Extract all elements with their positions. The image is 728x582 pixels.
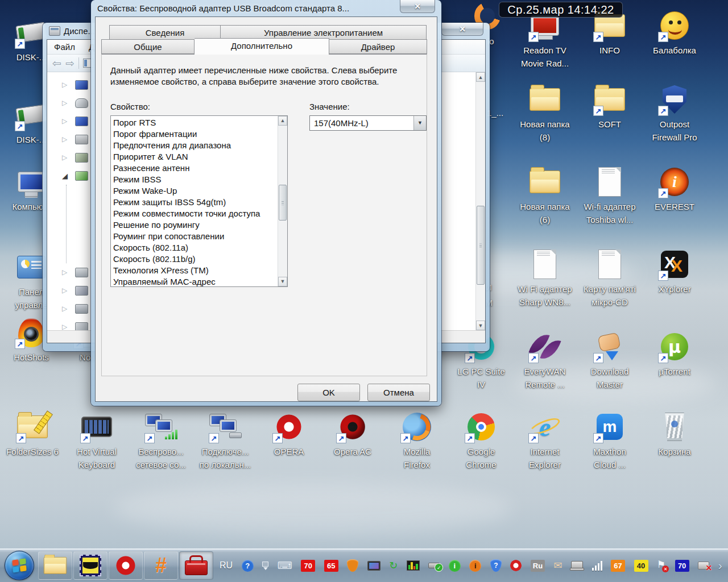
ok-button[interactable]: OK [297, 384, 360, 401]
property-item[interactable]: Технология XPress (TM) [113, 265, 278, 276]
property-item[interactable]: Режим IBSS [113, 174, 278, 185]
property-item[interactable]: Приоритет & VLAN [113, 151, 278, 163]
desktop-icon-outpost[interactable]: ↗OutpostFirewall Pro [645, 83, 704, 144]
desktop-icon-new-folder-6[interactable]: Новая папка(6) [515, 165, 574, 227]
desktop-icon-wifi-toshiba[interactable]: Wi-fi адаптерToshiba wl... [580, 165, 639, 227]
value-combobox[interactable]: 157(40MHz-L) ▼ [309, 115, 427, 131]
device-tree-scrollbar[interactable]: ▲ ▼ [475, 72, 485, 330]
desktop-icon-chrome[interactable]: ↗GoogleChrome [452, 410, 511, 472]
orange-shield-tray-icon[interactable] [347, 559, 358, 572]
expand-icon[interactable]: ▷ [62, 268, 70, 276]
help-tray-icon[interactable]: ? [242, 560, 254, 572]
action-center-flag-icon[interactable]: ✕ [657, 560, 666, 571]
desktop-icon-opera[interactable]: ↗OPERA [259, 410, 318, 458]
display-tray-icon[interactable] [367, 561, 380, 571]
cancel-button[interactable]: Отмена [367, 384, 430, 401]
expand-icon[interactable]: ▷ [62, 99, 70, 107]
desktop-icon-everest[interactable]: i↗EVEREST [645, 165, 704, 213]
temp-badge-65-red[interactable]: 65 [324, 560, 338, 572]
expand-icon[interactable]: ▷ [62, 286, 70, 294]
scroll-down-icon[interactable]: ▼ [278, 277, 287, 286]
dialog-close-button[interactable]: ✕ [400, 0, 435, 13]
dialog-titlebar[interactable]: Свойства: Беспроводной адаптер USB Broad… [95, 0, 437, 16]
property-item[interactable]: Скорость (802.11b/g) [113, 253, 278, 265]
temp-badge-70-red[interactable]: 70 [301, 560, 315, 572]
desktop-icon-download-master[interactable]: ↗DownloadMaster [580, 330, 639, 392]
equalizer-tray-icon[interactable] [407, 560, 420, 571]
load-badge-70-blue[interactable]: 70 [675, 560, 689, 572]
usb-ok-tray-icon[interactable] [428, 563, 440, 568]
load-badge-67-orange[interactable]: 67 [611, 560, 625, 572]
desktop-icon-wireless-network[interactable]: ↗Беспрово...сетевое со... [131, 410, 191, 472]
expand-icon[interactable]: ▷ [62, 81, 70, 89]
sync-tray-icon[interactable]: ↻ [389, 560, 398, 571]
laptop-tray-icon[interactable] [571, 561, 583, 571]
property-item[interactable]: Режим Wake-Up [113, 185, 278, 197]
scroll-up-icon[interactable]: ▲ [278, 116, 287, 126]
chevron-down-icon[interactable]: ▼ [413, 116, 426, 130]
property-item[interactable]: Управляемый MAC-адрес [113, 276, 278, 286]
taskbar-hash-button[interactable]: # [144, 551, 178, 580]
desktop-icon-lan-connection[interactable]: ↗Подключе...по локальн... [196, 410, 255, 472]
back-icon[interactable]: ⇦ [52, 58, 61, 69]
everest-tray-icon[interactable]: i [469, 560, 481, 572]
tab-general[interactable]: Общие [101, 39, 195, 54]
desktop-icon-maxthon[interactable]: m↗MaxthonCloud ... [580, 410, 639, 472]
desktop-icon-everywan[interactable]: ↗EveryWANRemote ... [515, 330, 574, 392]
scrollbar-thumb[interactable] [477, 206, 485, 285]
scrollbar-track[interactable] [476, 82, 485, 321]
desktop-icon-new-folder-8[interactable]: Новая папка(8) [515, 83, 574, 144]
property-item[interactable]: Режим защиты IBSS 54g(tm) [113, 197, 278, 208]
show-hidden-icons[interactable] [262, 562, 268, 570]
desktop-icon-balabolka[interactable]: ↗Балаболка [645, 9, 704, 57]
desktop-icon-soft[interactable]: ↗SOFT [580, 83, 639, 131]
scroll-up-icon[interactable]: ▲ [476, 72, 485, 82]
desktop-icon-opera-ac[interactable]: ↗Opera AC [323, 410, 382, 458]
start-button[interactable] [5, 551, 34, 580]
desktop-icon-internet-explorer[interactable]: e↗InternetExplorer [515, 410, 574, 472]
property-item[interactable]: Порог RTS [113, 117, 278, 128]
desktop-icon-xyplorer[interactable]: XX↗XYplorer [645, 248, 704, 296]
keyboard-tray-icon[interactable]: ⌨ [278, 560, 292, 571]
expand-icon[interactable]: ▷ [62, 153, 70, 161]
collapse-icon[interactable]: ◢ [62, 172, 70, 180]
menu-file[interactable]: Файл [54, 42, 75, 52]
desktop-icon-utorrent[interactable]: µ↗µTorrent [645, 330, 704, 378]
property-item[interactable]: Решение по роумингу [113, 219, 278, 231]
desktop-icon-hot-virtual-keyboard[interactable]: ↗Hot VirtualKeyboard [67, 410, 126, 472]
property-item[interactable]: Роуминг при сопоставлении [113, 231, 278, 242]
listbox-scrollbar[interactable]: ▲ ▼ [278, 116, 287, 286]
property-item[interactable]: Разнесение антенн [113, 163, 278, 174]
safely-remove-hardware-icon[interactable]: ✕ [698, 562, 709, 569]
desktop-icon-memory-card[interactable]: Карту пам'ятімікро-CD [580, 248, 639, 309]
property-item[interactable]: Скорость (802.11a) [113, 242, 278, 253]
property-item[interactable]: Предпочтения для диапазона [113, 140, 278, 151]
punto-ru-tray-icon[interactable]: Ru [531, 560, 545, 572]
blue-shield-tray-icon[interactable]: ? [490, 559, 502, 572]
device-manager-close-button[interactable]: ✕ [441, 23, 483, 36]
desktop-icon-foldersizes[interactable]: ↗FolderSizes 6 [3, 410, 62, 458]
mail-tray-icon[interactable]: ✉ [553, 560, 562, 571]
taskbar-opera-button[interactable] [109, 551, 143, 580]
desktop-icon-readon-tv[interactable]: ↗Readon TVMovie Rad... [515, 9, 574, 70]
property-listbox[interactable]: Порог RTSПорог фрагментацииПредпочтения … [110, 115, 288, 287]
desktop-icon-recycle-bin[interactable]: Корзина [645, 410, 704, 458]
language-indicator[interactable]: RU [220, 560, 233, 571]
taskbar-thebat-button[interactable] [73, 551, 107, 580]
taskbar-explorer-button[interactable] [38, 551, 72, 580]
tab-driver[interactable]: Драйвер [329, 39, 427, 54]
property-item[interactable]: Режим совместимости точки доступа [113, 208, 278, 219]
tab-advanced[interactable]: Дополнительно [195, 38, 329, 55]
scroll-down-icon[interactable]: ▼ [476, 321, 485, 330]
expand-icon[interactable]: ▷ [62, 305, 70, 313]
forward-icon[interactable]: ⇨ [65, 58, 75, 69]
signal-bars-tray-icon[interactable] [592, 561, 602, 571]
tray-expand-chevron[interactable]: › [718, 559, 722, 572]
green-info-tray-icon[interactable]: i [449, 560, 461, 572]
scrollbar-thumb[interactable] [279, 185, 287, 221]
expand-icon[interactable]: ▷ [62, 323, 70, 330]
taskbar-toolbox-button[interactable] [179, 551, 213, 580]
expand-icon[interactable]: ▷ [62, 117, 70, 125]
scrollbar-track[interactable] [278, 126, 287, 277]
desktop-icon-firefox[interactable]: ↗MozillaFirefox [387, 410, 446, 472]
